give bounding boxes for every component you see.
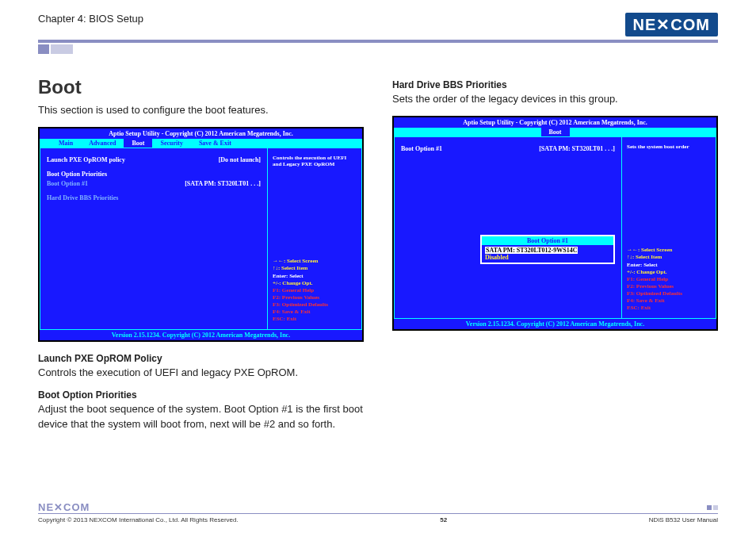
popup-title: Boot Option #1 bbox=[482, 236, 613, 245]
subhead-launch-pxe: Launch PXE OpROM Policy bbox=[38, 353, 364, 364]
footer-doc-title: NDiS B532 User Manual bbox=[649, 516, 718, 523]
bios-tab-save[interactable]: Save & Exit bbox=[191, 139, 239, 148]
bios-row-boot-opt-priorities: Boot Option Priorities bbox=[47, 171, 261, 178]
bios-footer: Version 2.15.1234. Copyright (C) 2012 Am… bbox=[394, 319, 716, 329]
desc-hard-drive-bbs: Sets the order of the legacy devices in … bbox=[392, 92, 718, 106]
right-column: Hard Drive BBS Priorities Sets the order… bbox=[392, 76, 718, 441]
bios-row-boot-option-1[interactable]: Boot Option #1 [SATA PM: ST320LT01 . . .… bbox=[401, 145, 615, 152]
bios-tab-boot[interactable]: Boot bbox=[541, 128, 570, 136]
desc-boot-opt: Adjust the boot sequence of the system. … bbox=[38, 402, 364, 431]
nexcom-logo: NE✕COM bbox=[625, 13, 718, 36]
popup-option-disabled[interactable]: Disabled bbox=[485, 254, 610, 261]
bios-right-pane: Controls the execution of UEFI and Legac… bbox=[267, 148, 362, 330]
section-intro: This section is used to configure the bo… bbox=[38, 103, 364, 117]
bios-value: [SATA PM: ST320LT01 . . .] bbox=[185, 180, 261, 187]
bios-window-bbs: Aptio Setup Utility - Copyright (C) 2012… bbox=[392, 116, 718, 331]
desc-launch-pxe: Controls the execution of UEFI and legac… bbox=[38, 366, 364, 380]
bios-row-boot-option-1[interactable]: Boot Option #1 [SATA PM: ST320LT01 . . .… bbox=[47, 180, 261, 187]
top-bar: Chapter 4: BIOS Setup NE✕COM bbox=[38, 13, 718, 43]
page-number: 52 bbox=[440, 516, 447, 523]
header-accent-tabs bbox=[38, 44, 718, 54]
bios-label: Boot Option #1 bbox=[47, 180, 88, 187]
footer-copyright: Copyright © 2013 NEXCOM International Co… bbox=[38, 516, 239, 523]
bios-value: [Do not launch] bbox=[219, 156, 261, 163]
bios-tab-bar: Boot bbox=[394, 128, 716, 136]
bios-value: [SATA PM: ST320LT01 . . .] bbox=[539, 145, 615, 152]
popup-option-selected[interactable]: SATA PM: ST320LT012-9WS14C bbox=[485, 247, 610, 254]
bios-left-pane: Boot Option #1 [SATA PM: ST320LT01 . . .… bbox=[394, 136, 621, 319]
bios-label: Launch PXE OpROM policy bbox=[47, 156, 125, 163]
footer-logo: NE✕COM bbox=[38, 501, 90, 513]
bios-tab-main[interactable]: Main bbox=[51, 139, 81, 148]
chapter-title: Chapter 4: BIOS Setup bbox=[38, 13, 143, 28]
bios-label: Boot Option #1 bbox=[401, 145, 442, 152]
boot-option-popup[interactable]: Boot Option #1 SATA PM: ST320LT012-9WS14… bbox=[480, 235, 615, 264]
bios-window-boot: Aptio Setup Utility - Copyright (C) 2012… bbox=[38, 127, 364, 342]
bios-key-legend: →←: Select Screen ↑↓: Select Item Enter:… bbox=[627, 247, 711, 312]
bios-label: Hard Drive BBS Priorities bbox=[47, 194, 118, 201]
bios-tab-security[interactable]: Security bbox=[152, 139, 190, 148]
left-column: Boot This section is used to configure t… bbox=[38, 76, 364, 441]
bios-label: Boot Option Priorities bbox=[47, 171, 107, 178]
bios-footer: Version 2.15.1234. Copyright (C) 2012 Am… bbox=[40, 330, 362, 340]
bios-help-text: Sets the system boot order bbox=[627, 144, 711, 247]
bios-tab-boot[interactable]: Boot bbox=[124, 139, 152, 148]
bios-key-legend: →←: Select Screen ↑↓: Select Item Enter:… bbox=[273, 258, 357, 323]
subhead-hard-drive-bbs: Hard Drive BBS Priorities bbox=[392, 79, 718, 90]
page-footer: NE✕COM Copyright © 2013 NEXCOM Internati… bbox=[38, 499, 718, 523]
bios-help-text: Controls the execution of UEFI and Legac… bbox=[273, 155, 357, 258]
bios-row-launch-pxe[interactable]: Launch PXE OpROM policy [Do not launch] bbox=[47, 156, 261, 163]
bios-right-pane: Sets the system boot order →←: Select Sc… bbox=[621, 136, 716, 319]
bios-left-pane: Launch PXE OpROM policy [Do not launch] … bbox=[40, 148, 267, 330]
subhead-boot-opt: Boot Option Priorities bbox=[38, 389, 364, 401]
bios-header: Aptio Setup Utility - Copyright (C) 2012… bbox=[40, 128, 362, 139]
bios-header: Aptio Setup Utility - Copyright (C) 2012… bbox=[394, 117, 716, 128]
bios-tab-advanced[interactable]: Advanced bbox=[81, 139, 124, 148]
bios-tab-bar: Main Advanced Boot Security Save & Exit bbox=[40, 139, 362, 148]
section-title: Boot bbox=[38, 76, 364, 98]
bios-row-hard-drive-bbs[interactable]: Hard Drive BBS Priorities bbox=[47, 194, 261, 201]
logo: NE✕COM bbox=[625, 13, 718, 36]
